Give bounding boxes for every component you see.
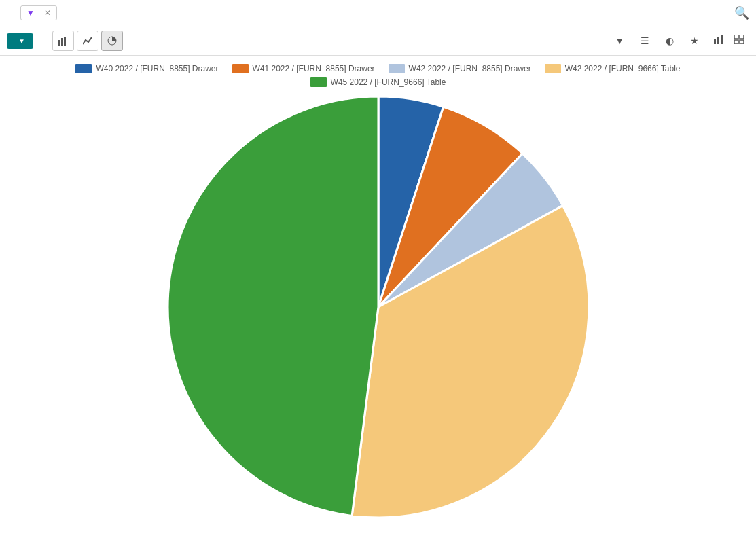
legend-label: W42 2022 / [FURN_8855] Drawer — [409, 64, 531, 73]
filters-icon: ▼ — [615, 35, 624, 46]
grid-view-button[interactable] — [730, 32, 749, 50]
close-filter-icon[interactable]: ✕ — [44, 8, 51, 18]
legend-item: W42 2022 / [FURN_8855] Drawer — [389, 64, 531, 73]
view-icons — [710, 32, 749, 50]
pie-chart-svg — [168, 76, 589, 538]
svg-rect-8 — [740, 35, 744, 39]
line-chart-icon — [83, 36, 92, 46]
line-chart-type-button[interactable] — [77, 31, 98, 51]
svg-rect-10 — [740, 40, 744, 44]
comparison-icon: ◐ — [666, 35, 674, 46]
bar-chart-icon — [58, 36, 68, 46]
legend-label: W40 2022 / [FURN_8855] Drawer — [96, 64, 218, 73]
legend-item: W41 2022 / [FURN_8855] Drawer — [232, 64, 375, 73]
legend-color — [232, 64, 249, 73]
svg-rect-2 — [64, 37, 66, 46]
bar-chart-type-button[interactable] — [52, 31, 74, 51]
svg-rect-1 — [61, 38, 63, 46]
pie-chart-type-button[interactable] — [101, 31, 123, 51]
pie-chart-icon — [107, 36, 117, 46]
legend-color — [75, 64, 92, 73]
search-input[interactable] — [61, 7, 730, 18]
svg-rect-4 — [714, 39, 716, 44]
search-area: ▼ ✕ 🔍 — [20, 5, 749, 20]
header: ▼ ✕ 🔍 — [0, 0, 756, 26]
pie-chart — [147, 96, 609, 518]
insert-spreadsheet-button[interactable] — [36, 37, 50, 45]
groupby-icon: ☰ — [641, 35, 649, 46]
svg-rect-6 — [721, 35, 723, 44]
grid-view-icon — [734, 35, 745, 44]
measures-button[interactable]: ▼ — [7, 33, 33, 49]
search-icon[interactable]: 🔍 — [734, 5, 749, 20]
legend-color — [545, 64, 561, 73]
measures-arrow-icon: ▼ — [18, 37, 25, 45]
chart-area — [0, 90, 756, 531]
filter-icon: ▼ — [26, 8, 35, 18]
comparison-button[interactable]: ◐ — [660, 32, 682, 50]
filters-button[interactable]: ▼ — [609, 32, 632, 50]
svg-rect-9 — [734, 40, 738, 44]
legend-item: W42 2022 / [FURN_9666] Table — [545, 64, 681, 73]
svg-rect-5 — [717, 37, 719, 44]
legend-item: W40 2022 / [FURN_8855] Drawer — [75, 64, 218, 73]
chart-view-icon — [714, 35, 725, 44]
legend-color — [389, 64, 405, 73]
legend-label: W41 2022 / [FURN_8855] Drawer — [253, 64, 375, 73]
groupby-button[interactable]: ☰ — [635, 32, 658, 50]
filter-tag[interactable]: ▼ ✕ — [20, 5, 57, 20]
chart-view-button[interactable] — [710, 32, 729, 50]
svg-rect-7 — [734, 35, 738, 39]
pie-segment — [168, 96, 378, 516]
favorites-button[interactable]: ★ — [685, 32, 707, 50]
legend-label: W42 2022 / [FURN_9666] Table — [565, 64, 681, 73]
svg-rect-0 — [58, 40, 60, 46]
favorites-icon: ★ — [690, 35, 699, 46]
toolbar: ▼ ▼ ☰ ◐ ★ — [0, 26, 756, 56]
